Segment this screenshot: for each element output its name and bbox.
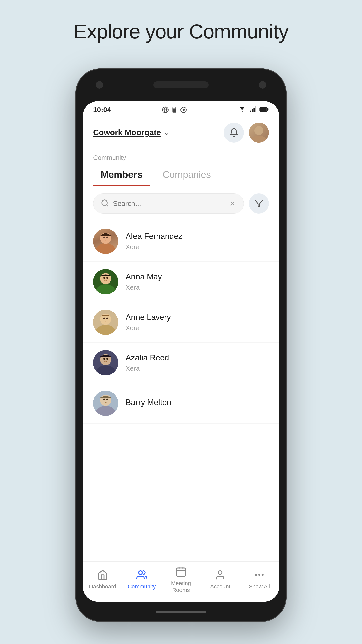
member-info: Anne Lavery Xera bbox=[126, 313, 171, 332]
svg-point-23 bbox=[103, 237, 105, 238]
wifi-icon bbox=[238, 106, 246, 114]
header-right bbox=[224, 123, 269, 143]
home-indicator bbox=[156, 611, 206, 613]
circle-icon bbox=[180, 106, 187, 113]
nav-item-dashboard[interactable]: Dashboard bbox=[87, 568, 118, 590]
member-info: Alea Fernandez Xera bbox=[126, 232, 183, 251]
bottom-nav: Dashboard Community bbox=[83, 561, 279, 602]
svg-point-45 bbox=[139, 571, 142, 575]
member-info: Azalia Reed Xera bbox=[126, 353, 169, 372]
svg-rect-46 bbox=[177, 568, 185, 576]
status-bar: 10:04 bbox=[83, 101, 279, 119]
svg-rect-10 bbox=[253, 108, 255, 112]
section-label: Community bbox=[83, 146, 279, 164]
search-container: ✕ bbox=[83, 186, 279, 221]
phone-screen: 10:04 bbox=[83, 101, 279, 602]
member-company: Xera bbox=[126, 243, 183, 251]
svg-point-21 bbox=[96, 243, 115, 254]
search-input-wrapper: ✕ bbox=[93, 193, 244, 214]
svg-point-34 bbox=[106, 318, 108, 319]
list-item[interactable]: Anne Lavery Xera bbox=[83, 302, 279, 343]
member-avatar-image bbox=[93, 391, 118, 416]
nav-item-community[interactable]: Community bbox=[127, 568, 157, 590]
phone-speaker bbox=[153, 81, 209, 88]
phone-frame: 10:04 bbox=[75, 68, 287, 622]
member-avatar-image bbox=[93, 269, 118, 294]
member-name: Alea Fernandez bbox=[126, 232, 183, 241]
members-list: Alea Fernandez Xera bbox=[83, 221, 279, 561]
status-icons bbox=[162, 106, 187, 113]
tabs-container: Members Companies bbox=[83, 164, 279, 186]
clear-search-button[interactable]: ✕ bbox=[228, 198, 236, 209]
svg-rect-14 bbox=[260, 108, 266, 111]
svg-point-50 bbox=[218, 571, 222, 575]
member-avatar bbox=[93, 269, 118, 294]
nav-label-meeting-rooms: Meeting Rooms bbox=[171, 580, 191, 593]
workspace-name: Cowork Moorgate bbox=[93, 128, 161, 137]
member-avatar bbox=[93, 350, 118, 375]
chevron-down-icon: ⌄ bbox=[164, 128, 170, 137]
member-company: Xera bbox=[126, 365, 169, 372]
app-header: Cowork Moorgate ⌄ bbox=[83, 119, 279, 146]
member-name: Barry Melton bbox=[126, 398, 171, 407]
member-avatar-image bbox=[93, 350, 118, 375]
nav-item-account[interactable]: Account bbox=[205, 568, 235, 590]
svg-point-52 bbox=[259, 574, 260, 575]
search-icon bbox=[101, 199, 109, 208]
phone-bottom-bar bbox=[156, 602, 206, 622]
svg-rect-13 bbox=[267, 108, 268, 110]
notification-bell-button[interactable] bbox=[224, 123, 244, 143]
member-info: Anna May Xera bbox=[126, 272, 162, 291]
svg-line-18 bbox=[106, 205, 108, 206]
member-name: Anne Lavery bbox=[126, 313, 171, 322]
more-icon bbox=[253, 568, 266, 581]
signal-icon bbox=[249, 106, 256, 114]
svg-point-43 bbox=[103, 399, 105, 400]
svg-point-38 bbox=[103, 358, 105, 360]
filter-button[interactable] bbox=[249, 193, 269, 214]
page-title: Explore your Community bbox=[74, 20, 288, 43]
status-right-icons bbox=[238, 106, 269, 114]
svg-point-51 bbox=[256, 574, 257, 575]
nav-label-community: Community bbox=[128, 583, 156, 590]
svg-point-7 bbox=[242, 111, 243, 112]
status-time: 10:04 bbox=[93, 106, 111, 114]
member-avatar bbox=[93, 310, 118, 335]
account-icon bbox=[214, 568, 227, 581]
svg-rect-8 bbox=[250, 111, 251, 112]
nav-label-dashboard: Dashboard bbox=[89, 583, 116, 590]
home-icon bbox=[96, 568, 109, 581]
svg-point-24 bbox=[106, 237, 108, 238]
svg-point-53 bbox=[262, 574, 263, 575]
svg-point-16 bbox=[251, 136, 267, 143]
tab-companies[interactable]: Companies bbox=[155, 164, 218, 186]
svg-point-15 bbox=[254, 126, 263, 135]
svg-point-29 bbox=[106, 277, 108, 279]
nav-item-meeting-rooms[interactable]: Meeting Rooms bbox=[166, 565, 196, 593]
battery-icon bbox=[259, 106, 269, 114]
list-item[interactable]: Azalia Reed Xera bbox=[83, 343, 279, 383]
svg-rect-11 bbox=[255, 106, 256, 112]
svg-point-6 bbox=[183, 109, 185, 111]
nav-label-show-all: Show All bbox=[249, 583, 270, 590]
svg-point-39 bbox=[106, 358, 108, 360]
nav-label-account: Account bbox=[210, 583, 230, 590]
list-item[interactable]: Anna May Xera bbox=[83, 262, 279, 302]
tab-members[interactable]: Members bbox=[93, 164, 150, 186]
phone-sensor bbox=[259, 81, 266, 89]
search-input[interactable] bbox=[113, 199, 224, 208]
member-avatar bbox=[93, 229, 118, 254]
svg-marker-19 bbox=[255, 200, 263, 207]
user-avatar-button[interactable] bbox=[249, 123, 269, 143]
workspace-selector[interactable]: Cowork Moorgate ⌄ bbox=[93, 128, 170, 137]
list-item[interactable]: Alea Fernandez Xera bbox=[83, 221, 279, 262]
list-item[interactable]: Barry Melton bbox=[83, 383, 279, 424]
member-avatar-image bbox=[93, 229, 118, 254]
svg-point-28 bbox=[103, 277, 105, 279]
phone-top-bar bbox=[75, 68, 287, 101]
member-name: Anna May bbox=[126, 272, 162, 281]
screen-content: Community Members Companies ✕ bbox=[83, 146, 279, 602]
nav-item-show-all[interactable]: Show All bbox=[244, 568, 275, 590]
app-icon-1 bbox=[162, 106, 169, 113]
member-avatar bbox=[93, 391, 118, 416]
